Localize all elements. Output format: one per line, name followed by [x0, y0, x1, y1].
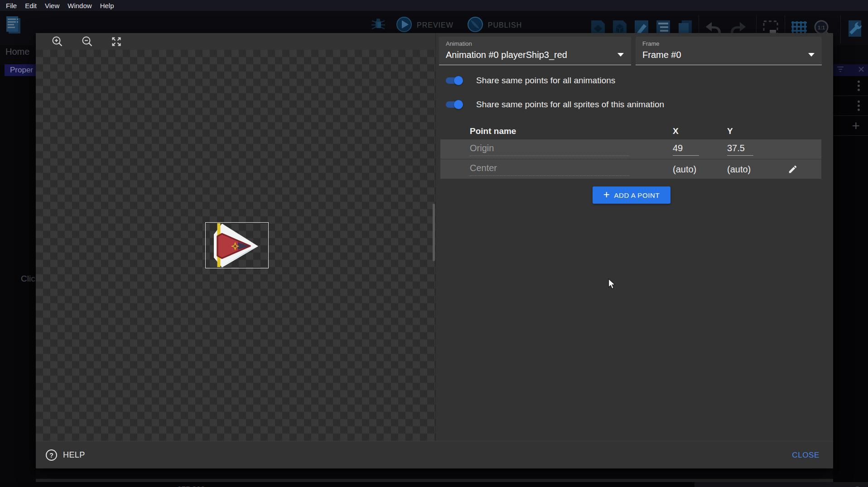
add-object-row: +	[833, 116, 868, 136]
debugger-icon	[371, 16, 386, 34]
column-point-name: Point name	[470, 126, 516, 136]
svg-text:?: ?	[49, 452, 53, 459]
toggle-label: Share same points for all sprites of thi…	[476, 100, 664, 110]
app-window: File Edit View Window Help Home Proper C…	[0, 0, 868, 487]
object-row	[833, 96, 868, 116]
kebab-menu-icon	[858, 81, 860, 91]
canvas-hint-text: Click	[21, 274, 36, 284]
column-x: X	[673, 126, 679, 136]
close-button[interactable]: CLOSE	[792, 441, 820, 469]
sprite-canvas[interactable]	[36, 33, 436, 441]
publish-button: PUBLISH	[488, 21, 522, 29]
preview-play-icon	[396, 16, 412, 34]
pencil-icon	[788, 164, 798, 174]
point-x-field[interactable]: 49	[673, 143, 699, 156]
help-label: HELP	[63, 450, 85, 460]
share-points-animations-row: Share same points for all animations	[443, 74, 615, 87]
canvas-scrollbar[interactable]	[433, 204, 435, 261]
menu-help[interactable]: Help	[96, 2, 118, 10]
point-y-field[interactable]: 37.5	[727, 143, 753, 156]
search-input	[694, 486, 854, 487]
add-point-button[interactable]: + ADD A POINT	[593, 186, 670, 204]
points-panel: Animation Animation #0 playerShip3_red F…	[436, 33, 833, 441]
player-ship-sprite	[205, 222, 269, 268]
preview-button: PREVIEW	[417, 21, 453, 29]
chevron-down-icon	[617, 53, 624, 57]
tab-home: Home	[5, 47, 29, 57]
animation-select-value: Animation #0 playerShip3_red	[446, 50, 567, 60]
tab-properties: Proper	[5, 64, 36, 76]
zoom-out-icon[interactable]	[77, 33, 97, 50]
animation-select-label: Animation	[446, 40, 472, 47]
cursor-coordinates: 677,299	[177, 485, 205, 487]
point-name-field: Center	[470, 162, 629, 176]
menu-window[interactable]: Window	[63, 2, 96, 10]
point-name-field: Origin	[470, 143, 629, 156]
column-y: Y	[727, 126, 733, 136]
plus-icon: +	[603, 189, 610, 200]
sprite-preview[interactable]	[205, 222, 269, 268]
canvas-toolbar	[36, 33, 435, 50]
statusbar-top-strip	[36, 479, 833, 482]
share-points-animations-toggle[interactable]	[443, 75, 464, 86]
chevron-down-icon	[808, 53, 815, 57]
help-button[interactable]: ? HELP	[45, 441, 85, 469]
object-row	[833, 76, 868, 96]
toolbar-center-group: PREVIEW PUBLISH	[371, 16, 528, 34]
table-row-center[interactable]: Center (auto) (auto)	[440, 159, 821, 179]
edit-points-dialog: Animation Animation #0 playerShip3_red F…	[36, 33, 833, 468]
objects-panel-header	[833, 64, 868, 76]
menu-edit[interactable]: Edit	[21, 2, 41, 10]
frame-select-value: Frame #0	[642, 50, 681, 60]
share-points-sprites-row: Share same points for all sprites of thi…	[443, 98, 664, 111]
search-box	[694, 482, 868, 487]
menu-file[interactable]: File	[2, 2, 21, 10]
share-points-sprites-toggle[interactable]	[443, 99, 464, 110]
edit-point-button[interactable]	[786, 162, 800, 177]
menu-bar: File Edit View Window Help	[0, 0, 868, 11]
plus-icon: +	[852, 119, 860, 133]
svg-text:1:1: 1:1	[818, 25, 825, 30]
panel-close-icon	[858, 66, 864, 74]
search-icon	[854, 486, 863, 487]
dialog-footer: ? HELP CLOSE	[36, 441, 833, 468]
settings-wrench-icon	[844, 19, 865, 40]
table-row-origin[interactable]: Origin 49 37.5	[440, 139, 821, 159]
kebab-menu-icon	[858, 100, 860, 111]
zoom-in-icon[interactable]	[47, 33, 67, 50]
toggle-label: Share same points for all animations	[476, 76, 615, 86]
frame-select[interactable]: Frame Frame #0	[636, 37, 822, 65]
project-manager-icon	[5, 15, 23, 37]
publish-globe-icon	[467, 16, 483, 34]
points-table-header: Point name X Y	[440, 123, 821, 139]
frame-select-label: Frame	[642, 40, 660, 47]
point-y-field: (auto)	[727, 164, 751, 174]
add-point-label: ADD A POINT	[614, 191, 660, 199]
menu-view[interactable]: View	[41, 2, 63, 10]
transparent-checkerboard[interactable]	[36, 50, 435, 441]
point-x-field: (auto)	[673, 164, 696, 174]
filter-icon	[837, 66, 844, 74]
objects-panel-fragment: +	[833, 76, 868, 487]
fit-to-screen-icon[interactable]	[106, 33, 126, 50]
animation-select[interactable]: Animation Animation #0 playerShip3_red	[439, 37, 631, 65]
help-question-icon: ?	[45, 449, 58, 461]
